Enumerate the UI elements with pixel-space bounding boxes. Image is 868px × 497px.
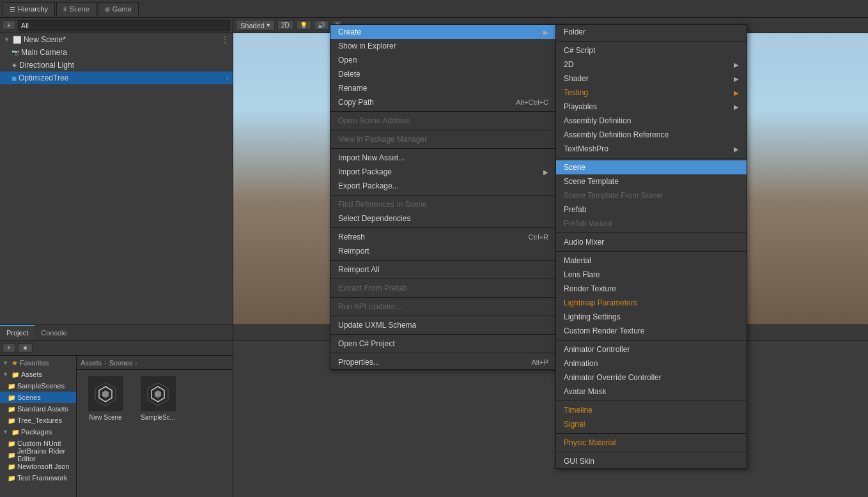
tree-item-samplescenes[interactable]: 📁 SampleScenes <box>0 380 76 392</box>
create-lightmap-params[interactable]: Lightmap Parameters <box>556 296 747 310</box>
create-folder[interactable]: Folder <box>556 25 747 39</box>
tree-item-standard-assets[interactable]: 📁 Standard Assets <box>0 403 76 415</box>
asset-star-button[interactable]: ★ <box>18 343 33 353</box>
hierarchy-item-light[interactable]: ☀ Directional Light <box>0 59 233 72</box>
shaded-dropdown-arrow: ▾ <box>267 21 270 29</box>
scene-icon-glyph: ⬜ <box>13 36 22 44</box>
create-render-texture[interactable]: Render Texture <box>556 282 747 296</box>
create-playables[interactable]: Playables ▶ <box>556 100 747 114</box>
tree-item-assets[interactable]: ▼ 📁 Assets <box>0 369 76 380</box>
breadcrumb-assets[interactable]: Assets <box>81 359 102 367</box>
menu-item-import-new-asset[interactable]: Import New Asset... <box>330 151 556 165</box>
create-animation[interactable]: Animation <box>556 356 747 371</box>
create-csharp[interactable]: C# Script <box>556 43 747 57</box>
menu-item-update-uxml[interactable]: Update UXML Schema <box>330 318 556 332</box>
create-lens-flare[interactable]: Lens Flare <box>556 268 747 282</box>
create-assembly-def-ref[interactable]: Assembly Definition Reference <box>556 128 747 142</box>
scene-icon: # <box>63 6 67 13</box>
tab-hierarchy[interactable]: ☰ Hierarchy <box>3 2 55 16</box>
hierarchy-scene-root[interactable]: ▼ ⬜ New Scene* ⋮ <box>0 33 233 46</box>
samplescenes-label: SampleScenes <box>17 382 65 390</box>
menu-item-import-package[interactable]: Import Package ▶ <box>330 165 556 179</box>
create-sep-6 <box>556 401 747 401</box>
menu-item-reimport[interactable]: Reimport <box>330 244 556 258</box>
create-audio-mixer[interactable]: Audio Mixer <box>556 235 747 249</box>
create-lightmap-params-label: Lightmap Parameters <box>564 298 739 307</box>
menu-item-rename[interactable]: Rename <box>330 81 556 95</box>
menu-item-properties[interactable]: Properties... Alt+P <box>330 355 556 369</box>
menu-show-explorer-label: Show in Explorer <box>338 42 548 50</box>
scene-tool-2[interactable]: 💡 <box>296 20 311 30</box>
tab-game[interactable]: ⊕ Game <box>98 2 139 16</box>
tree-item-rider-editor[interactable]: 📁 JetBrains Rider Editor <box>0 449 76 461</box>
add-asset-button[interactable]: + <box>3 343 15 353</box>
menu-refresh-label: Refresh <box>338 233 529 241</box>
menu-import-package-label: Import Package <box>338 167 543 176</box>
hierarchy-item-camera[interactable]: 📷 Main Camera <box>0 46 233 59</box>
asset-new-scene[interactable]: New Scene <box>83 376 128 421</box>
tree-item-packages[interactable]: ▼ 📁 Packages <box>0 426 76 438</box>
create-lighting-settings[interactable]: Lighting Settings <box>556 310 747 324</box>
menu-item-show-explorer[interactable]: Show in Explorer <box>330 39 556 53</box>
create-prefab[interactable]: Prefab <box>556 203 747 217</box>
create-shader[interactable]: Shader ▶ <box>556 72 747 86</box>
create-physic-material[interactable]: Physic Material <box>556 436 747 450</box>
create-animator-override[interactable]: Animator Override Controller <box>556 371 747 385</box>
create-gui-skin[interactable]: GUI Skin <box>556 454 747 468</box>
tab-scene[interactable]: # Scene <box>56 2 97 16</box>
scene-more-icon[interactable]: ⋮ <box>221 35 229 44</box>
breadcrumb-scenes[interactable]: Scenes <box>109 359 133 367</box>
tree-textures-label: Tree_Textures <box>17 417 62 424</box>
scene-tool-1[interactable]: 2D <box>277 20 293 30</box>
create-submenu: Folder C# Script 2D ▶ Shader ▶ Testing ▶… <box>555 24 747 469</box>
test-framework-label: Test Framework <box>17 474 67 482</box>
create-lens-flare-label: Lens Flare <box>564 270 739 279</box>
create-scene[interactable]: Scene <box>556 160 747 174</box>
tree-item-tree-textures[interactable]: 📁 Tree_Textures <box>0 415 76 426</box>
create-textmeshpro[interactable]: TextMeshPro ▶ <box>556 142 747 156</box>
assets-label: Assets <box>21 371 42 378</box>
menu-reimport-label: Reimport <box>338 247 548 256</box>
menu-item-export-package[interactable]: Export Package... <box>330 179 556 193</box>
menu-item-create[interactable]: Create ▶ <box>330 25 556 39</box>
menu-item-copy-path[interactable]: Copy Path Alt+Ctrl+C <box>330 95 556 109</box>
create-scene-label: Scene <box>564 163 739 172</box>
scene-tool-3[interactable]: 🔊 <box>314 20 329 30</box>
sep-6 <box>330 260 556 261</box>
menu-item-select-dependencies[interactable]: Select Dependencies <box>330 211 556 226</box>
create-gui-skin-label: GUI Skin <box>564 457 739 466</box>
create-2d[interactable]: 2D ▶ <box>556 57 747 72</box>
create-material[interactable]: Material <box>556 254 747 268</box>
newtonsoft-label: Newtonsoft Json <box>17 463 69 470</box>
tab-project[interactable]: Project <box>0 325 35 340</box>
create-material-label: Material <box>564 256 739 265</box>
menu-item-refresh[interactable]: Refresh Ctrl+R <box>330 230 556 244</box>
add-hierarchy-button[interactable]: + <box>3 20 15 30</box>
project-layout: ▼ ★ Favorites ▼ 📁 Assets 📁 SampleScenes … <box>0 356 233 497</box>
sep-7 <box>330 279 556 279</box>
create-lighting-settings-label: Lighting Settings <box>564 312 739 321</box>
hierarchy-search-input[interactable] <box>18 20 230 31</box>
tree-item-newtonsoft[interactable]: 📁 Newtonsoft Json <box>0 461 76 472</box>
create-testing[interactable]: Testing ▶ <box>556 86 747 100</box>
create-timeline[interactable]: Timeline <box>556 403 747 417</box>
menu-item-open-csharp[interactable]: Open C# Project <box>330 337 556 351</box>
asset-samplescene[interactable]: SampleSc... <box>136 376 180 421</box>
menu-item-reimport-all[interactable]: Reimport All <box>330 263 556 277</box>
tab-console[interactable]: Console <box>35 325 73 340</box>
create-custom-render-texture[interactable]: Custom Render Texture <box>556 324 747 338</box>
shaded-dropdown[interactable]: Shaded ▾ <box>236 20 275 31</box>
create-scene-template[interactable]: Scene Template <box>556 174 747 188</box>
tree-item-scenes[interactable]: 📁 Scenes <box>0 392 76 403</box>
create-avatar-mask[interactable]: Avatar Mask <box>556 385 747 399</box>
hierarchy-item-tree[interactable]: ◼ OptimizedTree › <box>0 72 233 84</box>
sep-9 <box>330 316 556 316</box>
menu-item-delete[interactable]: Delete <box>330 67 556 81</box>
hierarchy-icon: ☰ <box>10 6 15 13</box>
menu-import-new-asset-label: Import New Asset... <box>338 153 548 162</box>
menu-item-open[interactable]: Open <box>330 53 556 67</box>
tree-item-test-framework[interactable]: 📁 Test Framework <box>0 472 76 484</box>
create-assembly-def[interactable]: Assembly Definition <box>556 114 747 128</box>
create-animator-controller[interactable]: Animator Controller <box>556 342 747 356</box>
create-signal[interactable]: Signal <box>556 417 747 431</box>
